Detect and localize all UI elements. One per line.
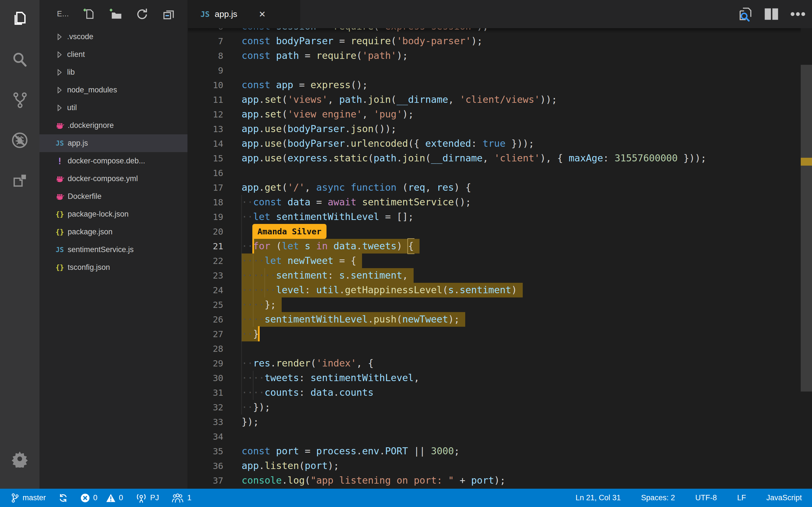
- code-line-7[interactable]: 7const bodyParser = require('body-parser…: [188, 34, 801, 48]
- code-line-27[interactable]: 27··}: [188, 327, 801, 341]
- problems-item[interactable]: 0 0: [80, 493, 123, 503]
- split-editor-icon[interactable]: [763, 6, 779, 22]
- code-line-16[interactable]: 16: [188, 166, 801, 180]
- new-file-button[interactable]: [83, 8, 96, 20]
- code-line-32[interactable]: 32··});: [188, 400, 801, 414]
- cursor-position-item[interactable]: Ln 21, Col 31: [575, 494, 621, 502]
- tree-item-label: sentimentService.js: [68, 245, 134, 254]
- code-line-24[interactable]: 24······level: util.getHappinessLevel(s.…: [188, 283, 801, 297]
- tree-item-client[interactable]: client: [40, 46, 188, 63]
- code-token: [270, 446, 276, 457]
- code-line-35[interactable]: 35const port = process.env.PORT || 3000;: [188, 444, 801, 459]
- code-token: tweets: [264, 372, 299, 383]
- tree-item-app-js[interactable]: JSapp.js: [40, 134, 188, 152]
- tree-item-label: package.json: [68, 228, 112, 236]
- activity-explorer-button[interactable]: [11, 10, 29, 28]
- tree-item-lib[interactable]: lib: [40, 63, 188, 81]
- scrollbar-slider[interactable]: [801, 65, 812, 392]
- code-line-36[interactable]: 36app.listen(port);: [188, 459, 801, 473]
- tree-item-package-lock-json[interactable]: {}package-lock.json: [40, 205, 188, 223]
- warning-icon: [106, 494, 116, 503]
- code-line-21[interactable]: 21··for (let s in data.tweets) {: [188, 239, 801, 253]
- code-token: process: [316, 446, 356, 457]
- code-line-14[interactable]: 14app.use(bodyParser.urlencoded({ extend…: [188, 136, 801, 151]
- code-token: sentimentService: [362, 196, 454, 208]
- code-line-37[interactable]: 37console.log("app listening on port: " …: [188, 473, 801, 488]
- code-line-23[interactable]: 23······sentiment: s.sentiment,: [188, 268, 801, 283]
- code-token: newTweet: [288, 253, 334, 268]
- code-token: sentimentWithLevel: [264, 312, 368, 327]
- code-token: :: [305, 283, 316, 297]
- code-line-28[interactable]: 28: [188, 341, 801, 356]
- code-token: let: [282, 239, 299, 253]
- code-token: .: [396, 153, 402, 164]
- code-line-31[interactable]: 31····counts: data.counts: [188, 385, 801, 400]
- tree-item-dockerfile[interactable]: Dockerfile: [40, 187, 188, 205]
- code-line-34[interactable]: 34: [188, 429, 801, 444]
- code-token: counts: [264, 387, 299, 398]
- indentation-item[interactable]: Spaces: 2: [641, 494, 675, 502]
- code-line-13[interactable]: 13app.use(bodyParser.json());: [188, 122, 801, 136]
- editor-scrollbar[interactable]: [801, 0, 812, 489]
- sync-icon: [58, 493, 68, 503]
- code-line-10[interactable]: 10const app = express();: [188, 78, 801, 93]
- code-line-15[interactable]: 15app.use(express.static(path.join(__dir…: [188, 151, 801, 166]
- code-line-18[interactable]: 18··const data = await sentimentService(…: [188, 195, 801, 210]
- code-line-25[interactable]: 25····};: [188, 297, 801, 312]
- code-token: .: [334, 387, 339, 398]
- activity-debug-button[interactable]: [11, 132, 29, 150]
- git-branch-item[interactable]: master: [11, 493, 46, 503]
- code-token: ··: [242, 358, 253, 369]
- code-token: .: [259, 153, 264, 164]
- tree-item-package-json[interactable]: {}package.json: [40, 223, 188, 241]
- live-share-item[interactable]: PJ: [136, 492, 159, 504]
- code-token: .: [259, 123, 264, 134]
- code-line-33[interactable]: 33});: [188, 414, 801, 429]
- collapse-all-icon[interactable]: [162, 8, 175, 20]
- tree-item-docker-compose-yml[interactable]: docker-compose.yml: [40, 170, 188, 187]
- tab-app-js[interactable]: JS app.js ✕: [188, 0, 300, 28]
- eol-item[interactable]: LF: [737, 494, 746, 502]
- refresh-icon[interactable]: [136, 8, 149, 20]
- more-actions-icon[interactable]: [790, 6, 806, 22]
- activity-search-button[interactable]: [11, 51, 29, 69]
- js-icon: JS: [56, 139, 64, 147]
- code-region: 6const session = require('express-sessio…: [188, 0, 801, 489]
- participants-item[interactable]: 1: [171, 493, 192, 503]
- code-line-9[interactable]: 9: [188, 63, 801, 78]
- new-folder-button[interactable]: [109, 8, 122, 20]
- code-line-19[interactable]: 19··let sentimentWithLevel = [];: [188, 210, 801, 224]
- code-line-12[interactable]: 12app.set('view engine', 'pug');: [188, 107, 801, 122]
- activity-extensions-button[interactable]: [11, 172, 29, 190]
- tree-item-node-modules[interactable]: node_modules: [40, 81, 188, 99]
- sync-button[interactable]: [58, 493, 68, 503]
- code-line-29[interactable]: 29··res.render('index', {: [188, 356, 801, 371]
- code-token: const: [242, 446, 270, 457]
- tree-item-label: lib: [67, 68, 75, 76]
- line-number: 17: [188, 180, 223, 195]
- code-line-22[interactable]: 22····let newTweet = {: [188, 253, 801, 268]
- open-changes-icon[interactable]: [737, 6, 753, 22]
- tree-item-tsconfig-json[interactable]: {}tsconfig.json: [40, 259, 188, 276]
- code-line-17[interactable]: 17app.get('/', async function (req, res)…: [188, 180, 801, 195]
- encoding-item[interactable]: UTF-8: [695, 494, 717, 502]
- code-token: );: [448, 312, 460, 327]
- language-mode-item[interactable]: JavaScript: [766, 494, 802, 502]
- code-line-8[interactable]: 8const path = require('path');: [188, 48, 801, 63]
- tree-item-sentimentservice-js[interactable]: JSsentimentService.js: [40, 241, 188, 259]
- code-line-30[interactable]: 30····tweets: sentimentWithLevel,: [188, 371, 801, 385]
- tree-item--dockerignore[interactable]: .dockerignore: [40, 117, 188, 134]
- tree-item-docker-compose-deb-[interactable]: !docker-compose.deb...: [40, 152, 188, 170]
- code-token: bodyParser: [276, 36, 333, 47]
- code-line-26[interactable]: 26····sentimentWithLevel.push(newTweet);: [188, 312, 801, 327]
- settings-button[interactable]: [11, 450, 29, 468]
- tree-item--vscode[interactable]: .vscode: [40, 28, 188, 46]
- code-token: const: [242, 79, 270, 91]
- code-token: .: [362, 94, 368, 105]
- line-number: 16: [188, 166, 223, 180]
- code-line-11[interactable]: 11app.set('views', path.join(__dirname, …: [188, 93, 801, 107]
- tree-item-util[interactable]: util: [40, 99, 188, 117]
- activity-source-control-button[interactable]: [11, 91, 29, 109]
- close-icon[interactable]: ✕: [259, 9, 266, 19]
- code-token: 'index': [316, 358, 356, 369]
